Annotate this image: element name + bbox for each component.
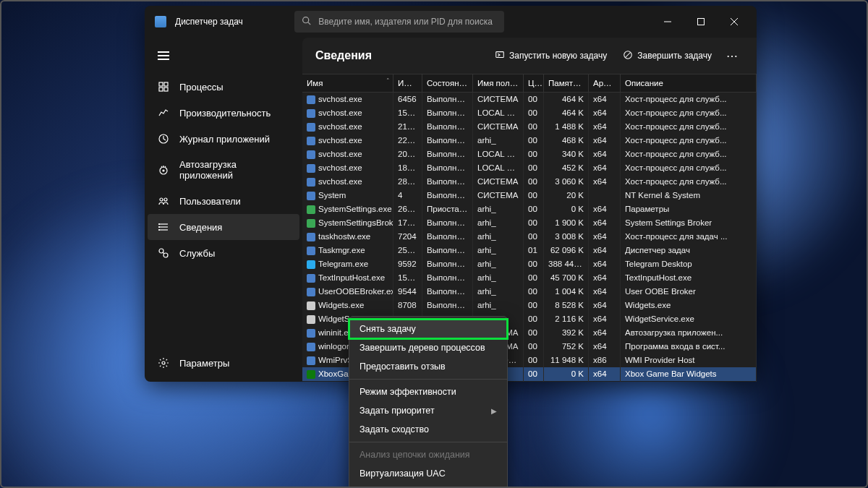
process-icon: [307, 123, 315, 132]
process-icon: [307, 247, 315, 255]
search-input[interactable]: Введите имя, издателя или PID для поиска: [294, 11, 504, 33]
col-cpu[interactable]: ЦП: [524, 74, 544, 92]
process-icon: [307, 205, 315, 214]
maximize-button[interactable]: [684, 10, 718, 33]
process-icon: [307, 137, 315, 145]
sidebar-item-label: Журнал приложений: [179, 134, 270, 145]
table-row[interactable]: TextInputHost.exe15104Выполняетсяarhi_00…: [302, 271, 757, 285]
process-icon: [307, 95, 315, 104]
process-icon: [307, 178, 315, 187]
table-row[interactable]: svchost.exe21784ВыполняетсяСИСТЕМА001 48…: [302, 120, 757, 134]
performance-icon: [158, 107, 169, 119]
process-icon: [307, 164, 315, 173]
process-icon: [307, 192, 315, 200]
col-state[interactable]: Состояние: [422, 74, 473, 92]
sidebar-item-label: Пользователи: [179, 196, 241, 207]
details-icon: [158, 221, 169, 233]
table-row[interactable]: SystemSettings.exe26268Приостановл...arh…: [302, 202, 757, 216]
menu-item: Анализ цепочки ожидания: [349, 445, 507, 464]
process-icon: [307, 274, 315, 283]
menu-item[interactable]: Задать сходство: [349, 420, 507, 439]
table-row[interactable]: Taskmgr.exe25316Выполняетсяarhi_0162 096…: [302, 244, 757, 257]
run-new-task-button[interactable]: Запустить новую задачу: [489, 46, 613, 67]
sidebar-item-startup[interactable]: Автозагрузка приложений: [148, 152, 299, 188]
svg-rect-3: [698, 19, 705, 25]
svg-rect-8: [159, 87, 163, 91]
sidebar-item-processes[interactable]: Процессы: [148, 74, 299, 100]
process-icon: [307, 301, 315, 310]
process-icon: [307, 343, 315, 351]
table-row[interactable]: Telegram.exe9592Выполняетсяarhi_00388 44…: [302, 257, 757, 271]
menu-item[interactable]: Виртуализация UAC: [349, 464, 507, 483]
col-mem[interactable]: Память (а...: [544, 74, 589, 92]
table-header[interactable]: Имя ИД п... Состояние Имя пользо... ЦП П…: [302, 74, 757, 93]
services-icon: [158, 247, 169, 259]
menu-item[interactable]: Режим эффективности: [349, 382, 507, 401]
sidebar-item-app-history[interactable]: Журнал приложений: [148, 126, 299, 152]
process-icon: [307, 109, 315, 118]
window-title: Диспетчер задач: [175, 17, 243, 27]
table-row[interactable]: taskhostw.exe7204Выполняетсяarhi_003 008…: [302, 230, 757, 244]
svg-point-19: [159, 227, 160, 228]
stop-icon: [623, 50, 633, 62]
table-row[interactable]: System4ВыполняетсяСИСТЕМА0020 KNT Kernel…: [302, 189, 757, 202]
col-pid[interactable]: ИД п...: [393, 74, 422, 92]
menu-item[interactable]: Предоставить отзыв: [349, 357, 507, 376]
sidebar-item-label: Службы: [179, 248, 215, 259]
col-arch[interactable]: Архите...: [589, 74, 621, 92]
sidebar-item-settings[interactable]: Параметры: [148, 350, 299, 376]
col-user[interactable]: Имя пользо...: [473, 74, 524, 92]
svg-point-18: [159, 224, 160, 225]
sidebar-item-label: Производительность: [179, 108, 271, 119]
sidebar-item-details[interactable]: Сведения: [148, 214, 299, 240]
context-menu: Снять задачуЗавершить дерево процессовПр…: [349, 316, 508, 488]
sidebar-item-users[interactable]: Пользователи: [148, 188, 299, 214]
sidebar-item-services[interactable]: Службы: [148, 240, 299, 266]
table-row[interactable]: Widgets.exe8708Выполняетсяarhi_008 528 K…: [302, 299, 757, 312]
table-row[interactable]: svchost.exe18708ВыполняетсяLOCAL SE...00…: [302, 161, 757, 175]
process-icon: [307, 288, 315, 296]
col-name[interactable]: Имя: [302, 74, 393, 92]
app-icon: [155, 16, 166, 27]
users-icon: [158, 195, 169, 207]
search-placeholder: Введите имя, издателя или PID для поиска: [318, 17, 493, 27]
svg-point-14: [164, 198, 167, 201]
sidebar-item-label: Автозагрузка приложений: [179, 159, 289, 181]
titlebar[interactable]: Диспетчер задач Введите имя, издателя ил…: [145, 6, 757, 38]
more-button[interactable]: ⋯: [722, 46, 744, 66]
process-icon: [307, 219, 315, 228]
toolbar: Сведения Запустить новую задачу Завершит…: [302, 38, 757, 74]
minimize-button[interactable]: [651, 10, 684, 33]
submenu-arrow-icon: ▶: [491, 407, 497, 415]
svg-line-1: [308, 22, 310, 25]
table-row[interactable]: svchost.exe6456ВыполняетсяСИСТЕМА00464 K…: [302, 93, 757, 106]
menu-separator: [349, 379, 507, 380]
table-row[interactable]: svchost.exe20628ВыполняетсяLOCAL SE...00…: [302, 147, 757, 161]
sidebar-item-performance[interactable]: Производительность: [148, 100, 299, 126]
sidebar-item-label: Параметры: [179, 358, 229, 369]
sidebar-item-label: Сведения: [179, 222, 222, 233]
table-row[interactable]: svchost.exe22228Выполняетсяarhi_00468 Kx…: [302, 134, 757, 147]
startup-icon: [158, 164, 169, 176]
app-history-icon: [158, 133, 169, 145]
menu-item[interactable]: Создать файл дампа памяти: [349, 483, 507, 488]
page-heading: Сведения: [315, 49, 372, 62]
process-icon: [307, 150, 315, 159]
process-icon: [307, 260, 315, 269]
menu-item[interactable]: Задать приоритет▶: [349, 401, 507, 420]
close-button[interactable]: [718, 10, 751, 33]
end-task-button[interactable]: Завершить задачу: [617, 46, 718, 67]
table-row[interactable]: UserOOBEBroker.exe9544Выполняетсяarhi_00…: [302, 285, 757, 299]
process-icon: [307, 356, 315, 365]
table-row[interactable]: SystemSettingsBroke...17984Выполняетсяar…: [302, 216, 757, 230]
search-icon: [302, 16, 311, 27]
hamburger-button[interactable]: [148, 43, 299, 68]
col-desc[interactable]: Описание: [621, 74, 757, 92]
svg-point-12: [163, 170, 164, 171]
menu-item[interactable]: Снять задачу: [349, 320, 507, 338]
table-row[interactable]: svchost.exe15488ВыполняетсяLOCAL SE...00…: [302, 106, 757, 120]
menu-item[interactable]: Завершить дерево процессов: [349, 338, 507, 357]
svg-point-0: [303, 17, 309, 23]
processes-icon: [158, 81, 169, 93]
table-row[interactable]: svchost.exe28624ВыполняетсяСИСТЕМА003 06…: [302, 175, 757, 189]
